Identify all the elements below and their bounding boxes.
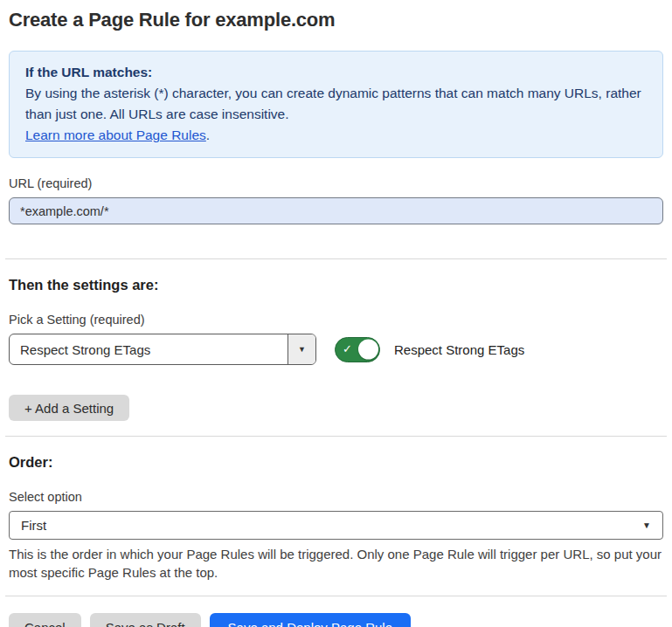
info-link-row: Learn more about Page Rules. <box>25 125 647 146</box>
save-deploy-button[interactable]: Save and Deploy Page Rule <box>210 613 411 627</box>
settings-heading: Then the settings are: <box>9 277 663 293</box>
order-heading: Order: <box>9 454 663 471</box>
select-option-label: Select option <box>9 490 663 504</box>
order-help-text: This is the order in which your Page Rul… <box>9 545 663 582</box>
cancel-button[interactable]: Cancel <box>9 613 81 627</box>
order-field: Select option First ▼ <box>9 490 663 540</box>
info-box-body: By using the asterisk (*) character, you… <box>25 83 647 125</box>
setting-row: Respect Strong ETags ▼ ✓ Respect Strong … <box>9 334 663 365</box>
page-title: Create a Page Rule for example.com <box>9 9 663 31</box>
pick-setting-label: Pick a Setting (required) <box>9 313 663 327</box>
url-field: URL (required) <box>9 176 663 224</box>
toggle-knob <box>358 340 378 360</box>
order-select[interactable]: First ▼ <box>9 511 663 540</box>
link-suffix: . <box>206 127 210 142</box>
add-setting-button[interactable]: + Add a Setting <box>9 395 129 421</box>
setting-select[interactable]: Respect Strong ETags ▼ <box>9 334 316 365</box>
url-label: URL (required) <box>9 176 663 190</box>
check-icon: ✓ <box>343 343 352 355</box>
learn-more-link[interactable]: Learn more about Page Rules <box>25 127 206 142</box>
order-select-value: First <box>21 518 46 533</box>
pick-setting-field: Pick a Setting (required) Respect Strong… <box>9 313 663 365</box>
setting-toggle[interactable]: ✓ <box>335 337 380 362</box>
dropdown-arrow-icon: ▼ <box>298 346 306 354</box>
setting-toggle-label: Respect Strong ETags <box>394 342 524 357</box>
setting-select-value: Respect Strong ETags <box>10 334 288 364</box>
setting-select-arrow-button[interactable]: ▼ <box>288 334 315 364</box>
url-match-info-box: If the URL matches: By using the asteris… <box>9 51 663 158</box>
section-divider <box>5 258 667 259</box>
info-box-heading: If the URL matches: <box>25 62 647 83</box>
footer-divider <box>5 596 667 596</box>
chevron-down-icon: ▼ <box>642 521 651 530</box>
create-page-rule-form: Create a Page Rule for example.com If th… <box>0 0 672 627</box>
save-draft-button[interactable]: Save as Draft <box>90 613 201 627</box>
footer-actions: Cancel Save as Draft Save and Deploy Pag… <box>9 613 663 627</box>
url-input[interactable] <box>9 197 663 224</box>
setting-toggle-wrap: ✓ Respect Strong ETags <box>335 337 524 362</box>
section-divider <box>5 436 667 437</box>
